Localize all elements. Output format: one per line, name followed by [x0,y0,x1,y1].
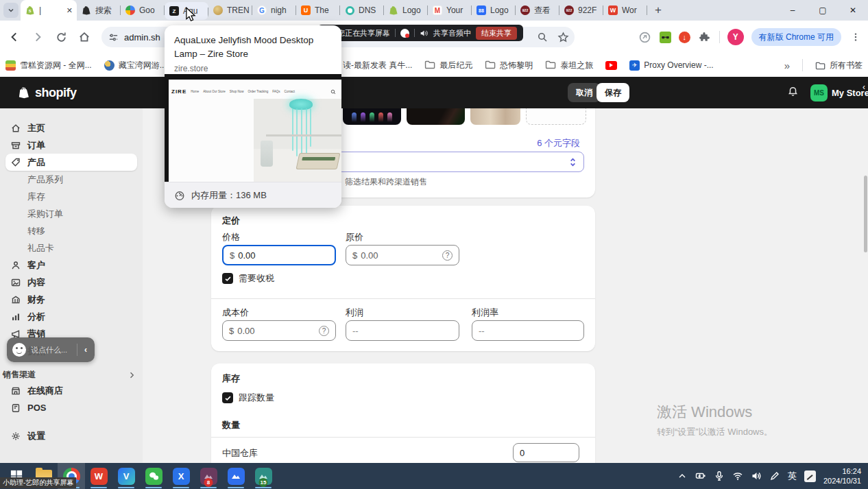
margin-input[interactable] [472,320,584,341]
pen-icon[interactable] [769,470,780,481]
taskbar-app-wechat[interactable] [140,463,167,489]
browser-tab-Logo[interactable]: Logo [384,0,428,21]
cost-input[interactable]: $ ? [222,320,336,341]
browser-tab-搜索[interactable]: 搜索 [77,0,121,21]
bookmark-item[interactable]: 最后纪元 [424,59,472,72]
stop-share-button[interactable]: 结束共享 [476,27,517,40]
notifications-bell-icon[interactable] [787,86,799,100]
help-icon[interactable]: ? [319,326,329,336]
shopify-logo[interactable]: shopify [18,86,77,100]
close-button[interactable]: ✕ [838,0,868,21]
chevron-right-icon[interactable] [128,371,136,379]
sidebar-channel-在线商店[interactable]: 在线商店 [5,382,137,399]
download-extension-icon[interactable]: ↓ [679,32,690,43]
forward-button[interactable] [29,28,47,46]
minimize-button[interactable]: – [777,0,808,21]
browser-tab-nigh[interactable]: Gnigh [252,0,296,21]
taskbar-app-purple-app[interactable]: 8 [195,463,222,489]
page-scrollbar[interactable] [864,176,867,252]
bookmarks-overflow-button[interactable]: » [784,60,790,71]
help-icon[interactable]: ? [442,250,453,261]
sidebar-item-设置[interactable]: 设置 [5,427,137,444]
location-qty-value[interactable] [520,448,572,458]
collapse-chevron-icon[interactable]: ‹ [863,82,865,92]
profit-value[interactable] [352,326,453,336]
profit-input[interactable] [346,320,459,341]
thumb-tan-jellyfish[interactable] [470,108,520,125]
price-value[interactable] [238,250,328,261]
link-extension-icon[interactable] [638,30,652,44]
notes-tray-icon[interactable] [804,470,816,482]
tax-checkbox-row[interactable]: 需要收税 [222,272,274,285]
thumb-dark-scene[interactable] [407,108,465,125]
sidebar-item-订单[interactable]: 订单 [5,136,137,154]
bookmark-item[interactable]: 藏宝湾网游... [104,60,167,71]
bookmark-item[interactable]: ✈Proxy Overview -... [629,60,713,71]
taskbar-clock[interactable]: 16:24 2024/10/31 [823,466,861,486]
battery-icon[interactable] [695,470,706,481]
browser-tab-查看[interactable]: 922查看 [516,0,559,21]
taskbar-app-x-app[interactable]: X [167,463,195,489]
reload-button[interactable] [52,28,70,46]
bookmark-star-icon[interactable] [557,32,569,43]
assistant-collapse-button[interactable]: ‹ [82,345,89,355]
assistant-widget[interactable]: 说点什么... ‹ [7,337,95,362]
sidebar-item-采购订单[interactable]: 采购订单 [5,205,137,222]
location-qty-input[interactable] [513,443,579,462]
checkbox-checked-icon[interactable] [222,273,233,284]
menu-kebab-icon[interactable] [849,30,863,44]
glasses-extension-icon[interactable] [660,32,671,43]
search-zoom-icon[interactable] [537,32,548,43]
browser-tab-The[interactable]: UThe [296,0,340,21]
sidebar-item-内容[interactable]: 内容 [5,274,137,291]
bookmark-item[interactable]: 雪糕资源网 - 全网... [5,60,92,71]
taskbar-app-mountain-app[interactable] [222,463,250,489]
back-button[interactable] [5,28,23,46]
compare-price-input[interactable]: $ ? [346,245,459,265]
taskbar-app-teal-app[interactable]: 15 [250,463,277,489]
browser-tab-Wor[interactable]: WWor [603,0,647,21]
browser-tab-DNS[interactable]: DNS [340,0,384,21]
sidebar-item-库存[interactable]: 库存 [5,188,137,205]
taskbar-app-v-app[interactable]: V [112,463,140,489]
all-bookmarks-button[interactable]: 所有书签 [815,60,863,71]
taskbar-app-wps[interactable]: W [85,463,112,489]
save-button[interactable]: 保存 [596,83,629,102]
bookmark-item[interactable] [605,61,617,70]
sidebar-item-分析[interactable]: 分析 [5,308,137,325]
new-tab-button[interactable]: + [650,2,666,19]
sidebar-item-主页[interactable]: 主页 [5,119,137,136]
maximize-button[interactable]: ▢ [808,0,838,21]
price-input[interactable]: $ [222,245,336,265]
language-indicator[interactable]: 英 [788,470,797,482]
track-quantity-row[interactable]: 跟踪数量 [222,392,274,404]
sidebar-item-礼品卡[interactable]: 礼品卡 [5,239,137,257]
mic-icon[interactable] [714,470,725,481]
cost-value[interactable] [237,326,315,336]
sidebar-channel-POS[interactable]: POS [5,399,137,416]
tab-close-icon[interactable]: ✕ [67,6,73,15]
checkbox-checked-icon[interactable] [222,392,233,403]
compare-price-value[interactable] [361,250,439,261]
tab-search-button[interactable] [3,3,19,18]
store-avatar[interactable]: MS [810,84,828,102]
volume-icon[interactable] [751,470,762,481]
browser-tab-Goo[interactable]: Goo [121,0,165,21]
browser-tab-TREN[interactable]: TREN [208,0,252,21]
margin-value[interactable] [479,326,577,336]
metafields-link[interactable]: 6 个元字段 [537,137,580,150]
sidebar-item-财务[interactable]: 财务 [5,291,137,308]
bookmark-item[interactable]: 读-最新发表 真牛... [343,60,412,71]
browser-tab-|[interactable]: S|✕ [21,0,77,21]
wifi-icon[interactable] [732,470,743,481]
sidebar-item-产品系列[interactable]: 产品系列 [5,171,137,188]
add-media-tile[interactable] [526,108,586,125]
browser-tab-Your[interactable]: MYour [428,0,472,21]
sidebar-item-产品[interactable]: 产品 [5,154,137,171]
home-button[interactable] [75,28,93,46]
profile-avatar[interactable]: Y [727,29,744,45]
cancel-button[interactable]: 取消 [568,83,601,102]
bookmark-item[interactable]: 泰坦之旅 [545,59,593,72]
assistant-input[interactable]: 说点什么... [31,345,72,355]
chrome-update-chip[interactable]: 有新版 Chrome 可用 [751,28,841,46]
